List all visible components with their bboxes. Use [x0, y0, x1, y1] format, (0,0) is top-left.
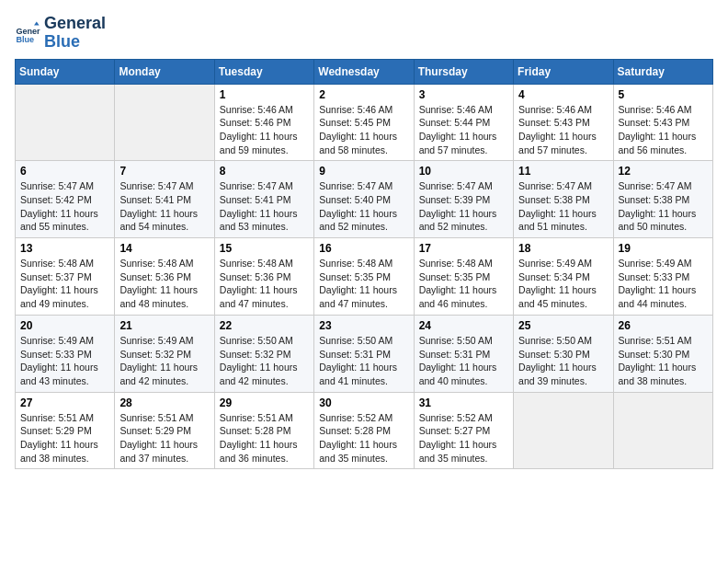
day-info: Sunrise: 5:48 AM Sunset: 5:35 PM Dayligh… [419, 257, 508, 311]
day-info: Sunrise: 5:46 AM Sunset: 5:45 PM Dayligh… [319, 103, 408, 157]
day-info: Sunrise: 5:47 AM Sunset: 5:38 PM Dayligh… [518, 179, 608, 234]
calendar-header-tuesday: Tuesday [214, 59, 313, 84]
calendar-table: SundayMondayTuesdayWednesdayThursdayFrid… [15, 59, 713, 470]
day-info: Sunrise: 5:48 AM Sunset: 5:35 PM Dayligh… [319, 257, 408, 311]
day-number: 7 [119, 165, 209, 178]
calendar-cell: 17Sunrise: 5:48 AM Sunset: 5:35 PM Dayli… [414, 238, 513, 316]
day-number: 2 [319, 88, 408, 101]
calendar-cell: 23Sunrise: 5:50 AM Sunset: 5:31 PM Dayli… [314, 315, 414, 392]
day-number: 15 [220, 242, 309, 255]
calendar-cell: 6Sunrise: 5:47 AM Sunset: 5:42 PM Daylig… [16, 161, 115, 238]
day-info: Sunrise: 5:46 AM Sunset: 5:43 PM Dayligh… [518, 103, 608, 157]
calendar-cell: 3Sunrise: 5:46 AM Sunset: 5:44 PM Daylig… [414, 84, 513, 161]
calendar-cell: 10Sunrise: 5:47 AM Sunset: 5:39 PM Dayli… [414, 161, 513, 238]
day-number: 31 [419, 396, 508, 409]
day-number: 9 [319, 165, 408, 178]
day-info: Sunrise: 5:51 AM Sunset: 5:29 PM Dayligh… [20, 411, 109, 465]
svg-text:Blue: Blue [16, 35, 34, 44]
day-number: 13 [20, 242, 109, 255]
calendar-week-2: 6Sunrise: 5:47 AM Sunset: 5:42 PM Daylig… [16, 161, 713, 238]
calendar-cell: 19Sunrise: 5:49 AM Sunset: 5:33 PM Dayli… [613, 238, 712, 316]
calendar-cell: 15Sunrise: 5:48 AM Sunset: 5:36 PM Dayli… [214, 238, 313, 316]
calendar-cell: 16Sunrise: 5:48 AM Sunset: 5:35 PM Dayli… [314, 238, 414, 316]
calendar-body: 1Sunrise: 5:46 AM Sunset: 5:46 PM Daylig… [16, 84, 713, 469]
day-info: Sunrise: 5:49 AM Sunset: 5:33 PM Dayligh… [619, 257, 708, 311]
calendar-cell: 2Sunrise: 5:46 AM Sunset: 5:45 PM Daylig… [314, 84, 414, 161]
calendar-cell: 28Sunrise: 5:51 AM Sunset: 5:29 PM Dayli… [115, 392, 214, 469]
day-number: 30 [319, 396, 408, 409]
day-number: 25 [518, 319, 608, 332]
day-info: Sunrise: 5:51 AM Sunset: 5:29 PM Dayligh… [119, 411, 209, 465]
day-info: Sunrise: 5:50 AM Sunset: 5:32 PM Dayligh… [220, 334, 309, 388]
calendar-week-4: 20Sunrise: 5:49 AM Sunset: 5:33 PM Dayli… [16, 315, 713, 392]
day-info: Sunrise: 5:47 AM Sunset: 5:40 PM Dayligh… [319, 179, 408, 234]
calendar-cell: 1Sunrise: 5:46 AM Sunset: 5:46 PM Daylig… [214, 84, 313, 161]
day-number: 27 [20, 396, 109, 409]
day-info: Sunrise: 5:52 AM Sunset: 5:28 PM Dayligh… [319, 411, 408, 465]
calendar-cell: 8Sunrise: 5:47 AM Sunset: 5:41 PM Daylig… [214, 161, 313, 238]
day-number: 18 [518, 242, 608, 255]
day-info: Sunrise: 5:51 AM Sunset: 5:28 PM Dayligh… [220, 411, 309, 465]
day-number: 8 [220, 165, 309, 178]
calendar-cell: 24Sunrise: 5:50 AM Sunset: 5:31 PM Dayli… [414, 315, 513, 392]
calendar-cell: 22Sunrise: 5:50 AM Sunset: 5:32 PM Dayli… [214, 315, 313, 392]
calendar-cell: 27Sunrise: 5:51 AM Sunset: 5:29 PM Dayli… [16, 392, 115, 469]
calendar-cell: 18Sunrise: 5:49 AM Sunset: 5:34 PM Dayli… [514, 238, 613, 316]
day-number: 16 [319, 242, 408, 255]
calendar-cell: 20Sunrise: 5:49 AM Sunset: 5:33 PM Dayli… [16, 315, 115, 392]
day-info: Sunrise: 5:49 AM Sunset: 5:32 PM Dayligh… [119, 334, 209, 388]
day-info: Sunrise: 5:47 AM Sunset: 5:41 PM Dayligh… [119, 179, 209, 234]
day-info: Sunrise: 5:49 AM Sunset: 5:34 PM Dayligh… [518, 257, 608, 311]
logo-text-blue: Blue [44, 33, 106, 52]
calendar-cell: 9Sunrise: 5:47 AM Sunset: 5:40 PM Daylig… [314, 161, 414, 238]
calendar-cell: 30Sunrise: 5:52 AM Sunset: 5:28 PM Dayli… [314, 392, 414, 469]
day-info: Sunrise: 5:51 AM Sunset: 5:30 PM Dayligh… [619, 334, 708, 388]
day-number: 22 [220, 319, 309, 332]
day-info: Sunrise: 5:47 AM Sunset: 5:38 PM Dayligh… [619, 179, 708, 234]
day-number: 1 [220, 88, 309, 101]
day-number: 17 [419, 242, 508, 255]
day-info: Sunrise: 5:47 AM Sunset: 5:41 PM Dayligh… [220, 179, 309, 234]
day-number: 29 [220, 396, 309, 409]
day-info: Sunrise: 5:52 AM Sunset: 5:27 PM Dayligh… [419, 411, 508, 465]
day-number: 14 [119, 242, 209, 255]
calendar-cell: 31Sunrise: 5:52 AM Sunset: 5:27 PM Dayli… [414, 392, 513, 469]
calendar-cell: 7Sunrise: 5:47 AM Sunset: 5:41 PM Daylig… [115, 161, 214, 238]
day-info: Sunrise: 5:48 AM Sunset: 5:37 PM Dayligh… [20, 257, 109, 311]
day-number: 6 [20, 165, 109, 178]
day-info: Sunrise: 5:47 AM Sunset: 5:39 PM Dayligh… [419, 179, 508, 234]
day-info: Sunrise: 5:46 AM Sunset: 5:43 PM Dayligh… [619, 103, 708, 157]
day-info: Sunrise: 5:46 AM Sunset: 5:44 PM Dayligh… [419, 103, 508, 157]
day-number: 23 [319, 319, 408, 332]
calendar-cell: 29Sunrise: 5:51 AM Sunset: 5:28 PM Dayli… [214, 392, 313, 469]
logo-icon: General Blue [15, 20, 40, 46]
calendar-cell: 21Sunrise: 5:49 AM Sunset: 5:32 PM Dayli… [115, 315, 214, 392]
day-number: 11 [518, 165, 608, 178]
day-number: 4 [518, 88, 608, 101]
day-number: 26 [619, 319, 708, 332]
day-number: 12 [619, 165, 708, 178]
day-info: Sunrise: 5:50 AM Sunset: 5:31 PM Dayligh… [419, 334, 508, 388]
calendar-header-thursday: Thursday [414, 59, 513, 84]
calendar-cell [613, 392, 712, 469]
calendar-cell: 14Sunrise: 5:48 AM Sunset: 5:36 PM Dayli… [115, 238, 214, 316]
calendar-header-monday: Monday [115, 59, 214, 84]
calendar-cell [514, 392, 613, 469]
page-header: General Blue General Blue [15, 15, 713, 52]
day-info: Sunrise: 5:50 AM Sunset: 5:31 PM Dayligh… [319, 334, 408, 388]
day-number: 24 [419, 319, 508, 332]
day-info: Sunrise: 5:50 AM Sunset: 5:30 PM Dayligh… [518, 334, 608, 388]
calendar-cell: 11Sunrise: 5:47 AM Sunset: 5:38 PM Dayli… [514, 161, 613, 238]
calendar-cell [115, 84, 214, 161]
day-number: 5 [619, 88, 708, 101]
calendar-header-friday: Friday [514, 59, 613, 84]
calendar-cell: 12Sunrise: 5:47 AM Sunset: 5:38 PM Dayli… [613, 161, 712, 238]
calendar-cell: 5Sunrise: 5:46 AM Sunset: 5:43 PM Daylig… [613, 84, 712, 161]
day-number: 21 [119, 319, 209, 332]
calendar-header-saturday: Saturday [613, 59, 712, 84]
svg-marker-2 [34, 21, 40, 25]
day-number: 3 [419, 88, 508, 101]
calendar-week-3: 13Sunrise: 5:48 AM Sunset: 5:37 PM Dayli… [16, 238, 713, 316]
calendar-cell [16, 84, 115, 161]
day-info: Sunrise: 5:48 AM Sunset: 5:36 PM Dayligh… [220, 257, 309, 311]
